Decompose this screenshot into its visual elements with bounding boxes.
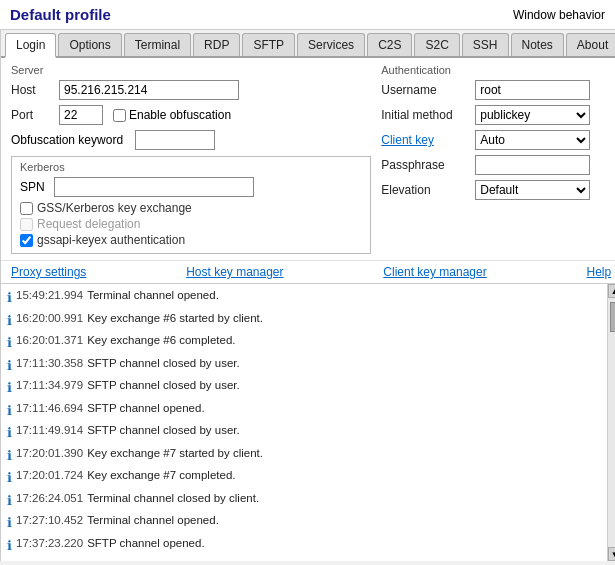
obfuscation-keyword-input[interactable] bbox=[135, 130, 215, 150]
client-key-link[interactable]: Client key bbox=[381, 133, 471, 147]
log-entry: ℹ 17:20:01.390 Key exchange #7 started b… bbox=[1, 444, 607, 467]
tab-rdp[interactable]: RDP bbox=[193, 33, 240, 56]
client-key-row: Client key Auto None bbox=[381, 130, 611, 150]
username-row: Username bbox=[381, 80, 611, 100]
log-message: Key exchange #7 completed. bbox=[87, 467, 235, 484]
log-timestamp: 17:38:59.178 bbox=[16, 557, 83, 561]
obfuscation-keyword-label: Obfuscation keyword bbox=[11, 133, 131, 147]
server-section-label: Server bbox=[11, 64, 371, 76]
scroll-up-button[interactable]: ▲ bbox=[608, 284, 615, 298]
tab-about[interactable]: About bbox=[566, 33, 615, 56]
log-entry: ℹ 17:27:10.452 Terminal channel opened. bbox=[1, 511, 607, 534]
info-icon: ℹ bbox=[7, 378, 12, 398]
gss-checkbox[interactable] bbox=[20, 202, 33, 215]
scroll-down-button[interactable]: ▼ bbox=[608, 547, 615, 561]
tab-ssh[interactable]: SSH bbox=[462, 33, 509, 56]
form-area: Server Host Port Enable obfuscation Obfu… bbox=[1, 58, 615, 260]
host-input[interactable] bbox=[59, 80, 239, 100]
auth-section: Authentication Username Initial method p… bbox=[381, 64, 611, 254]
proxy-settings-link[interactable]: Proxy settings bbox=[11, 265, 86, 279]
info-icon: ℹ bbox=[7, 491, 12, 511]
tab-s2c[interactable]: S2C bbox=[414, 33, 459, 56]
log-timestamp: 15:49:21.994 bbox=[16, 287, 83, 304]
gssapi-checkbox[interactable] bbox=[20, 234, 33, 247]
spn-input[interactable] bbox=[54, 177, 254, 197]
log-timestamp: 17:11:34.979 bbox=[16, 377, 83, 394]
log-area: ℹ 15:49:21.994 Terminal channel opened. … bbox=[1, 283, 615, 561]
host-key-manager-link[interactable]: Host key manager bbox=[186, 265, 283, 279]
links-row: Proxy settings Host key manager Client k… bbox=[1, 260, 615, 283]
log-timestamp: 17:26:24.051 bbox=[16, 490, 83, 507]
log-entry: ℹ 17:20:01.724 Key exchange #7 completed… bbox=[1, 466, 607, 489]
log-message: Key exchange #7 started by client. bbox=[87, 445, 263, 462]
delegation-row[interactable]: Request delegation bbox=[20, 217, 362, 231]
log-scrollbar[interactable]: ▲ ▼ bbox=[607, 284, 615, 561]
log-entry: ℹ 16:20:01.371 Key exchange #6 completed… bbox=[1, 331, 607, 354]
auth-section-label: Authentication bbox=[381, 64, 611, 76]
log-message: SFTP channel closed by user. bbox=[87, 355, 240, 372]
username-label: Username bbox=[381, 83, 471, 97]
info-icon: ℹ bbox=[7, 401, 12, 421]
kerberos-section: Kerberos SPN GSS/Kerberos key exchange R… bbox=[11, 156, 371, 254]
log-message: SFTP channel closed by user. bbox=[87, 557, 240, 561]
info-icon: ℹ bbox=[7, 356, 12, 376]
tab-login[interactable]: Login bbox=[5, 33, 56, 58]
log-timestamp: 16:20:01.371 bbox=[16, 332, 83, 349]
gss-row[interactable]: GSS/Kerberos key exchange bbox=[20, 201, 362, 215]
log-entry: ℹ 17:11:34.979 SFTP channel closed by us… bbox=[1, 376, 607, 399]
info-icon: ℹ bbox=[7, 468, 12, 488]
content-area: Login Options Terminal RDP SFTP Services… bbox=[1, 30, 615, 561]
elevation-select[interactable]: Default None sudo su bbox=[475, 180, 590, 200]
spn-row: SPN bbox=[20, 177, 362, 197]
initial-method-select[interactable]: publickey password keyboard-interactive bbox=[475, 105, 590, 125]
initial-method-label: Initial method bbox=[381, 108, 471, 122]
tabs-bar: Login Options Terminal RDP SFTP Services… bbox=[1, 30, 615, 58]
log-timestamp: 17:27:10.452 bbox=[16, 512, 83, 529]
username-input[interactable] bbox=[475, 80, 590, 100]
client-key-manager-link[interactable]: Client key manager bbox=[383, 265, 486, 279]
obfuscation-checkbox[interactable] bbox=[113, 109, 126, 122]
log-entry: ℹ 17:11:46.694 SFTP channel opened. bbox=[1, 399, 607, 422]
log-message: SFTP channel opened. bbox=[87, 400, 204, 417]
log-entry: ℹ 17:37:23.220 SFTP channel opened. bbox=[1, 534, 607, 557]
tab-services[interactable]: Services bbox=[297, 33, 365, 56]
scroll-track bbox=[608, 298, 615, 547]
info-icon: ℹ bbox=[7, 513, 12, 533]
gssapi-row[interactable]: gssapi-keyex authentication bbox=[20, 233, 362, 247]
obfuscation-checkbox-label[interactable]: Enable obfuscation bbox=[113, 108, 231, 122]
tab-options[interactable]: Options bbox=[58, 33, 121, 56]
delegation-label: Request delegation bbox=[37, 217, 140, 231]
help-link[interactable]: Help bbox=[587, 265, 612, 279]
spn-label: SPN bbox=[20, 180, 50, 194]
form-left: Server Host Port Enable obfuscation Obfu… bbox=[11, 64, 371, 254]
log-entry: ℹ 17:11:49.914 SFTP channel closed by us… bbox=[1, 421, 607, 444]
port-label: Port bbox=[11, 108, 55, 122]
log-entry: ℹ 17:38:59.178 SFTP channel closed by us… bbox=[1, 556, 607, 561]
host-row: Host bbox=[11, 80, 371, 100]
tab-terminal[interactable]: Terminal bbox=[124, 33, 191, 56]
log-message: SFTP channel closed by user. bbox=[87, 377, 240, 394]
passphrase-label: Passphrase bbox=[381, 158, 471, 172]
log-timestamp: 17:20:01.724 bbox=[16, 467, 83, 484]
log-entry: ℹ 17:26:24.051 Terminal channel closed b… bbox=[1, 489, 607, 512]
tab-sftp[interactable]: SFTP bbox=[242, 33, 295, 56]
info-icon: ℹ bbox=[7, 311, 12, 331]
passphrase-input[interactable] bbox=[475, 155, 590, 175]
log-content: ℹ 15:49:21.994 Terminal channel opened. … bbox=[1, 284, 607, 561]
page-title: Default profile bbox=[10, 6, 111, 23]
log-timestamp: 17:37:23.220 bbox=[16, 535, 83, 552]
port-input[interactable] bbox=[59, 105, 103, 125]
tab-c2s[interactable]: C2S bbox=[367, 33, 412, 56]
delegation-checkbox[interactable] bbox=[20, 218, 33, 231]
scroll-thumb[interactable] bbox=[610, 302, 615, 332]
client-key-select[interactable]: Auto None bbox=[475, 130, 590, 150]
tab-notes[interactable]: Notes bbox=[511, 33, 564, 56]
elevation-label: Elevation bbox=[381, 183, 471, 197]
log-message: Key exchange #6 started by client. bbox=[87, 310, 263, 327]
initial-method-row: Initial method publickey password keyboa… bbox=[381, 105, 611, 125]
host-label: Host bbox=[11, 83, 55, 97]
info-icon: ℹ bbox=[7, 536, 12, 556]
window-behavior-link[interactable]: Window behavior bbox=[513, 8, 605, 22]
log-timestamp: 16:20:00.991 bbox=[16, 310, 83, 327]
main-layout: Save profile as >_ New terminal console bbox=[0, 30, 615, 561]
